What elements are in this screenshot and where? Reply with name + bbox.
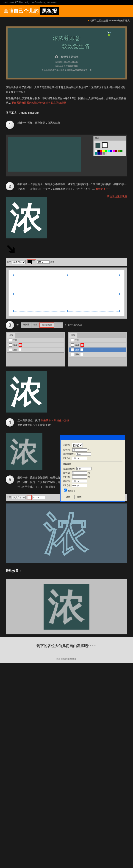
tool-label: 使用工具：Adobe Illustrator bbox=[0, 108, 133, 117]
blackboard-meta2: 活动地点 礼堂第多功能厅 bbox=[12, 65, 121, 68]
header-meta-bar: 2013.10.06 第三期 UI Design Cao@Weibo QQ:62… bbox=[0, 0, 133, 5]
tab-transform[interactable]: 转换器 bbox=[21, 322, 31, 328]
arrow-annotation: 请注意这里的设置 bbox=[53, 195, 133, 198]
step-number-1: 1 bbox=[6, 121, 14, 129]
flower-icon: ✿ bbox=[55, 54, 59, 60]
stroke-swatch bbox=[102, 143, 107, 148]
footer-text: 剩下的各位大仙儿们自由发挥吧~~~~ bbox=[0, 637, 133, 655]
appearance-panel-before: 外观 字符 描边: 填色: bbox=[6, 332, 65, 367]
fill-swatch bbox=[95, 143, 100, 148]
step-number-5: 5 bbox=[6, 475, 14, 484]
spacing-var-input[interactable] bbox=[72, 484, 87, 487]
ai-text-toolbar: 文字 汉真广标 段落 bbox=[6, 258, 127, 266]
appearance-panel-after: 外观 字符 描边: 填色: 填色: bbox=[68, 332, 127, 367]
stroke-highlight bbox=[27, 259, 36, 265]
step-4: 4 选中新的填色，执行 效果菜单 > 风格化 > 涂抹 参数你随意自己个儿看着来… bbox=[0, 415, 133, 431]
step-4-result: 浓 bbox=[6, 433, 42, 470]
blackboard-line1: 浓浓尊师意 bbox=[12, 34, 121, 42]
step-number-2: 2 bbox=[6, 182, 14, 190]
step-number-3: 3 bbox=[6, 321, 14, 330]
header-bar: 画咱自己个儿的 黑板报 bbox=[0, 5, 133, 17]
curve-input[interactable] bbox=[72, 471, 87, 474]
step-2: 2 教程就拿一个字做例子，字的多少不受影响。通常做这种字都进一个道理建议的字体，… bbox=[0, 179, 133, 195]
ok-button[interactable]: 确定 bbox=[63, 495, 73, 499]
step-2-char: 浓 bbox=[6, 197, 47, 239]
spacing-input[interactable] bbox=[72, 479, 87, 483]
font-size-input[interactable] bbox=[37, 260, 49, 264]
leaf-icon: 🍃 bbox=[106, 31, 112, 36]
variation-input[interactable] bbox=[72, 457, 87, 460]
step-3-char: 浓 bbox=[6, 371, 47, 412]
step-1-screenshot: 颜色 bbox=[6, 134, 127, 177]
preview-checkbox[interactable] bbox=[64, 489, 67, 492]
selection-bounding-box bbox=[13, 275, 120, 311]
tab-align[interactable]: 对齐 bbox=[31, 322, 39, 328]
pathfinder-panel: 转换器 对齐 路径查找器 bbox=[21, 322, 63, 328]
step-2-text: 教程就拿一个字做例子，字的多少不受影响。通常做这种字都进一个道理建议的字体，那种… bbox=[18, 182, 127, 191]
page-title: 画咱自己个儿的 黑板报 bbox=[3, 7, 59, 15]
stroke-highlight-2 bbox=[27, 495, 32, 500]
blackboard-subtitle: ✿ 教师节主题活动 bbox=[12, 54, 121, 60]
font-select[interactable]: 汉真广标 bbox=[12, 260, 26, 264]
intro-paragraph: 废话不多说 看了效果图，大家肯定蠢蠢欲动~至于背景纹的线纹不多介绍了！无任何技术… bbox=[0, 82, 133, 108]
step-1-text: 新建一个画板，颜色随意，像黑板就行 bbox=[18, 121, 127, 129]
step-number-4: 4 bbox=[6, 418, 14, 427]
reprint-notice: 转载不注明出处是occasionally的零活员 bbox=[0, 17, 133, 24]
final-screenshot: 浓 bbox=[6, 579, 127, 634]
step-4-text: 选中新的填色，执行 效果菜单 > 风格化 > 涂抹 参数你随意自己个儿看着来就行 bbox=[18, 418, 127, 428]
tab-pathfinder[interactable]: 路径查找器 bbox=[39, 322, 54, 328]
down-arrow-icon: ➔ bbox=[2, 239, 21, 258]
curve-var-input[interactable] bbox=[72, 475, 87, 479]
cancel-button[interactable]: 取消 bbox=[74, 495, 85, 499]
ai-canvas bbox=[8, 270, 125, 316]
final-char: 浓 bbox=[48, 588, 85, 625]
ai-canvas-window bbox=[6, 267, 127, 319]
title-highlight: 黑板报 bbox=[40, 7, 59, 15]
step-1: 1 新建一个画板，颜色随意，像黑板就行 bbox=[0, 117, 133, 132]
blackboard-meta1: 活动时间 20xx年xx月xx日 bbox=[12, 61, 121, 64]
fill-icon[interactable] bbox=[28, 260, 31, 263]
color-panel-header: 颜色 bbox=[94, 136, 126, 141]
final-result-label: 最终效果： bbox=[0, 565, 133, 577]
angle-input[interactable] bbox=[72, 448, 87, 452]
preset-select[interactable]: 自定 bbox=[72, 443, 83, 447]
step-5-outline: 浓 bbox=[6, 503, 127, 563]
blackboard-line2: 款款爱生情 bbox=[31, 42, 121, 51]
step-3-screenshots: 外观 字符 描边: 填色: 外观 字符 描边: 填色: 填色: bbox=[6, 332, 127, 367]
watermark: ©仅供作图学习使用 bbox=[0, 655, 133, 663]
path-input[interactable] bbox=[76, 453, 91, 456]
width-input[interactable] bbox=[76, 467, 92, 470]
scribble-dialog: 设置(S): 自定 角度(A): ° 路径重叠(O): 变化(V): 线条选项 bbox=[60, 435, 125, 502]
dark-canvas bbox=[8, 137, 81, 172]
swatch-grid bbox=[95, 150, 124, 155]
stroke-icon[interactable] bbox=[31, 260, 35, 264]
blackboard-meta3: 活动内容 教师节学校整个教师节的xx日程活动属于一周 bbox=[12, 69, 121, 72]
color-panel: 颜色 bbox=[93, 136, 126, 156]
blackboard-hero: 🍃 浓浓尊师意 款款爱生情 ✿ 教师节主题活动 活动时间 20xx年xx月xx日… bbox=[6, 26, 127, 80]
